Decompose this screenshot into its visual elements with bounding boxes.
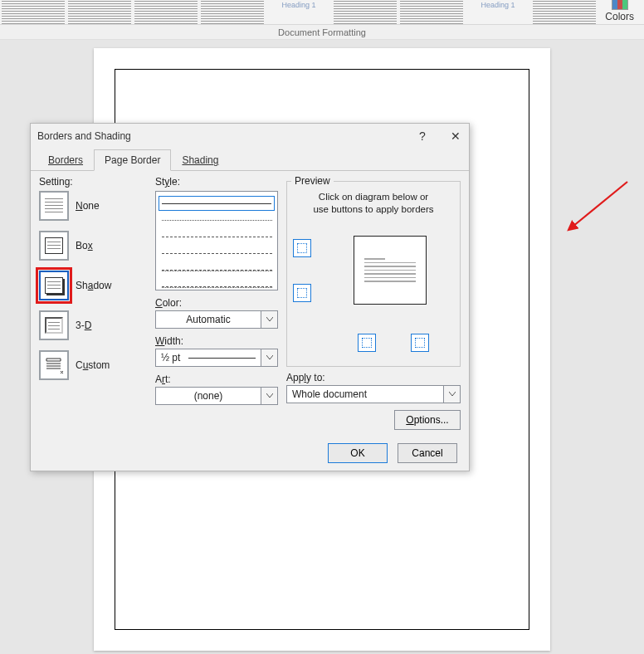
tab-borders[interactable]: Borders: [37, 149, 94, 171]
art-label: Art:: [155, 373, 278, 385]
apply-to-value: Whole document: [287, 386, 443, 403]
style-thumb[interactable]: [134, 1, 198, 24]
tab-page-border[interactable]: Page Border: [94, 149, 171, 171]
dialog-title: Borders and Shading: [37, 130, 131, 142]
preview-hint: Click on diagram below or use buttons to…: [286, 191, 461, 216]
colors-button[interactable]: Colors: [602, 0, 637, 24]
setting-box-button[interactable]: [39, 231, 69, 261]
apply-to-label: Apply to:: [286, 372, 325, 383]
art-value: (none): [156, 388, 261, 404]
box-icon: [45, 237, 63, 254]
setting-3d-label: 3-D: [76, 320, 91, 331]
color-value: Automatic: [156, 311, 261, 328]
preview-border-bottom-button[interactable]: [293, 284, 311, 302]
setting-shadow-label: Shadow: [76, 280, 111, 291]
style-option-dashed[interactable]: [159, 229, 275, 244]
style-option-dashed2[interactable]: [159, 246, 275, 261]
style-thumb[interactable]: [533, 1, 596, 24]
ribbon-group-label: Document Formatting: [0, 25, 644, 40]
style-thumb[interactable]: [201, 1, 264, 24]
style-option-dashdot2[interactable]: [159, 279, 275, 290]
style-listbox[interactable]: [155, 191, 278, 290]
shadow-icon: [45, 277, 63, 294]
style-thumb-heading[interactable]: [267, 1, 330, 24]
preview-border-top-button[interactable]: [293, 239, 311, 257]
options-button[interactable]: Options...: [394, 410, 461, 430]
preview-fieldset: Preview Click on diagram below or use bu…: [286, 176, 461, 367]
setting-3d-button[interactable]: [39, 310, 69, 340]
chevron-down-icon: [261, 388, 277, 404]
style-thumb-heading[interactable]: [466, 1, 529, 24]
dialog-help-icon[interactable]: ?: [416, 129, 429, 143]
setting-custom-label: Custom: [76, 359, 110, 371]
preview-border-left-button[interactable]: [358, 334, 376, 352]
three-d-icon: [45, 317, 63, 334]
colors-label: Colors: [605, 11, 634, 22]
setting-box-label: Box: [76, 240, 93, 251]
dialog-tabs: Borders Page Border Shading: [31, 149, 469, 171]
art-combo[interactable]: (none): [155, 387, 278, 405]
preview-legend: Preview: [291, 175, 334, 187]
chevron-down-icon: [261, 311, 277, 328]
color-label: Color:: [155, 297, 278, 309]
dialog-close-icon[interactable]: ✕: [449, 129, 462, 143]
width-combo[interactable]: ½ pt: [155, 349, 278, 367]
width-value: ½ pt: [156, 349, 261, 366]
style-option-solid[interactable]: [159, 196, 275, 211]
custom-icon: [44, 356, 64, 374]
ok-button[interactable]: OK: [328, 443, 388, 463]
color-combo[interactable]: Automatic: [155, 310, 278, 329]
style-thumb[interactable]: [68, 1, 131, 24]
colors-swatch-icon: [612, 0, 628, 10]
dialog-titlebar[interactable]: Borders and Shading ? ✕: [31, 124, 469, 149]
borders-shading-dialog: Borders and Shading ? ✕ Borders Page Bor…: [30, 123, 470, 471]
setting-label: Setting:: [39, 176, 147, 188]
style-thumb[interactable]: [334, 1, 397, 24]
setting-custom-button[interactable]: [39, 350, 69, 380]
cancel-button[interactable]: Cancel: [398, 443, 457, 463]
style-thumb[interactable]: [400, 1, 463, 24]
ribbon-strip: Colors: [0, 0, 644, 25]
setting-none-button[interactable]: [39, 191, 69, 221]
style-thumb[interactable]: [2, 1, 65, 24]
chevron-down-icon: [443, 386, 460, 403]
none-icon: [45, 198, 63, 213]
style-label: Style:: [155, 176, 278, 188]
setting-shadow-button[interactable]: [39, 271, 69, 300]
tab-shading[interactable]: Shading: [171, 149, 229, 171]
preview-diagram[interactable]: [349, 231, 432, 310]
style-option-dotted[interactable]: [159, 212, 275, 227]
setting-none-label: None: [76, 200, 100, 212]
apply-to-combo[interactable]: Whole document: [286, 385, 461, 403]
width-label: Width:: [155, 335, 278, 347]
chevron-down-icon: [261, 349, 277, 366]
style-option-dashdot[interactable]: [159, 262, 275, 277]
preview-border-right-button[interactable]: [411, 334, 429, 352]
